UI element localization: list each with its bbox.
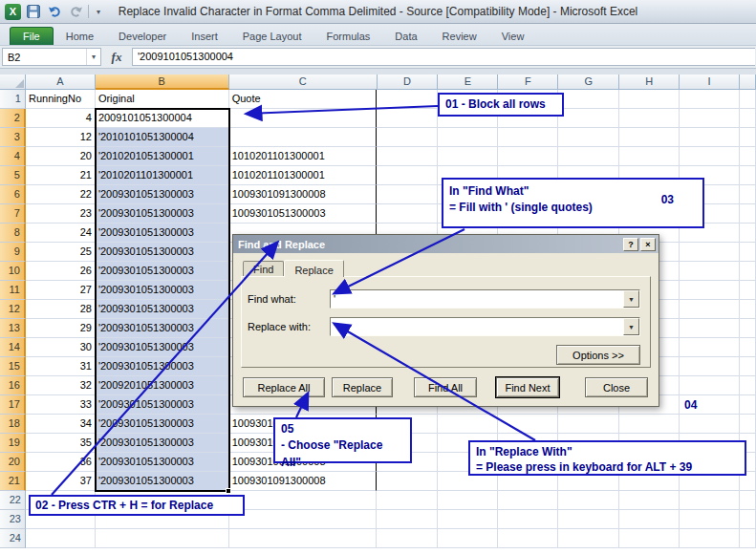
cell-I15[interactable] (680, 357, 740, 376)
tab-formulas[interactable]: Formulas (314, 28, 383, 45)
cell-B13[interactable]: '2009301051300003 (96, 319, 229, 338)
cell-G24[interactable] (558, 529, 619, 548)
cell-I9[interactable] (680, 243, 740, 262)
cell-A7[interactable]: 23 (26, 204, 96, 224)
row-header-16[interactable]: 16 (0, 376, 26, 395)
replace-with-input[interactable]: ' ▼ (330, 317, 640, 336)
cell-A9[interactable]: 25 (26, 243, 96, 262)
cell-A21[interactable]: 37 (26, 472, 96, 491)
cell-B10[interactable]: '2009301051300003 (96, 262, 229, 281)
cell-B11[interactable]: '2009301051300003 (96, 281, 229, 300)
cell-A10[interactable]: 26 (26, 262, 96, 281)
cell-B17[interactable]: '2009301051300003 (96, 395, 229, 415)
qat-customize-icon[interactable]: ▾ (93, 3, 104, 20)
cell-H23[interactable] (619, 510, 680, 529)
find-what-dropdown-icon[interactable]: ▼ (623, 290, 639, 308)
cell-I2[interactable] (680, 109, 740, 128)
cell-E22[interactable] (438, 491, 498, 510)
cell-H22[interactable] (619, 491, 680, 510)
row-header-18[interactable]: 18 (0, 415, 26, 434)
cell-A17[interactable]: 33 (26, 395, 96, 415)
cell-A20[interactable]: 36 (26, 453, 96, 472)
cell-C24[interactable] (229, 529, 378, 548)
column-header-H[interactable]: H (619, 75, 680, 90)
cell-A3[interactable]: 12 (26, 128, 96, 147)
cell-H18[interactable] (619, 415, 680, 434)
name-box-dropdown-icon[interactable]: ▾ (86, 49, 100, 65)
cell-G22[interactable] (558, 491, 619, 510)
name-box[interactable]: B2 ▾ (2, 48, 101, 66)
cell-H4[interactable] (619, 147, 680, 166)
tab-developer[interactable]: Developer (106, 28, 179, 45)
row-header-9[interactable]: 9 (0, 243, 26, 262)
cell-B19[interactable]: '2009301051300003 (96, 434, 229, 453)
row-header-11[interactable]: 11 (0, 281, 26, 300)
dialog-help-icon[interactable]: ? (623, 238, 638, 251)
row-header-23[interactable]: 23 (0, 510, 26, 529)
cell-G23[interactable] (558, 510, 619, 529)
cell-A1[interactable]: RunningNo (26, 90, 96, 109)
cell-I4[interactable] (680, 147, 740, 166)
cell-A24[interactable] (26, 529, 96, 548)
cell-H2[interactable] (619, 109, 680, 128)
options-button[interactable]: Options >> (556, 345, 640, 365)
cell-I18[interactable] (680, 415, 740, 434)
cell-D7[interactable] (377, 204, 438, 224)
redo-icon[interactable] (67, 3, 84, 20)
row-header-20[interactable]: 20 (0, 453, 26, 472)
cell-F23[interactable] (498, 510, 558, 529)
cell-I1[interactable] (680, 90, 740, 109)
cell-A5[interactable]: 21 (26, 166, 96, 185)
cell-B18[interactable]: '2009301051300003 (96, 415, 229, 434)
row-header-19[interactable]: 19 (0, 434, 26, 453)
dialog-tab-replace[interactable]: Replace (284, 260, 343, 277)
row-header-5[interactable]: 5 (0, 166, 26, 185)
row-header-15[interactable]: 15 (0, 357, 26, 376)
cell-D24[interactable] (377, 529, 438, 548)
row-header-13[interactable]: 13 (0, 319, 26, 338)
cell-E24[interactable] (438, 529, 498, 548)
cell-E3[interactable] (438, 128, 498, 147)
insert-function-icon[interactable]: fx (101, 50, 132, 65)
cell-D3[interactable] (377, 128, 438, 147)
cell-D4[interactable] (377, 147, 438, 166)
cell-E18[interactable] (438, 415, 498, 434)
column-header-D[interactable]: D (378, 75, 439, 90)
row-header-4[interactable]: 4 (0, 147, 26, 166)
cell-B6[interactable]: '2009301051300003 (96, 185, 229, 204)
tab-file[interactable]: File (10, 27, 54, 45)
row-header-14[interactable]: 14 (0, 338, 26, 357)
cell-I11[interactable] (680, 281, 740, 300)
cell-C6[interactable]: 1009301091300008 (229, 185, 378, 204)
row-header-22[interactable]: 22 (0, 491, 26, 510)
cell-H3[interactable] (619, 128, 680, 147)
cell-E23[interactable] (438, 510, 498, 529)
tab-view[interactable]: View (489, 28, 537, 45)
close-button[interactable]: Close (585, 377, 648, 397)
cell-A8[interactable]: 24 (26, 224, 96, 243)
cell-B3[interactable]: '2010101051300004 (96, 128, 229, 147)
row-header-1[interactable]: 1 (0, 90, 26, 109)
cell-A4[interactable]: 20 (26, 147, 96, 166)
cell-G2[interactable] (558, 109, 619, 128)
cell-G3[interactable] (558, 128, 619, 147)
cell-D22[interactable] (377, 491, 438, 510)
row-header-24[interactable]: 24 (0, 529, 26, 548)
cell-I3[interactable] (680, 128, 740, 147)
cell-B24[interactable] (96, 529, 229, 548)
replace-with-dropdown-icon[interactable]: ▼ (623, 318, 639, 335)
replace-button[interactable]: Replace (332, 377, 393, 397)
cell-D6[interactable] (377, 185, 438, 204)
row-header-2[interactable]: 2 (0, 109, 26, 128)
cell-C4[interactable]: 1010201101300001 (229, 147, 378, 166)
cell-F24[interactable] (498, 529, 558, 548)
cell-A16[interactable]: 32 (26, 376, 96, 395)
select-all-corner[interactable] (0, 75, 26, 90)
find-all-button[interactable]: Find All (414, 377, 477, 397)
cell-C7[interactable]: 1009301051300003 (229, 204, 378, 224)
cell-D5[interactable] (377, 166, 438, 185)
cell-I10[interactable] (680, 262, 740, 281)
cell-A13[interactable]: 29 (26, 319, 96, 338)
cell-H1[interactable] (619, 90, 680, 109)
cell-C2[interactable] (229, 109, 378, 128)
